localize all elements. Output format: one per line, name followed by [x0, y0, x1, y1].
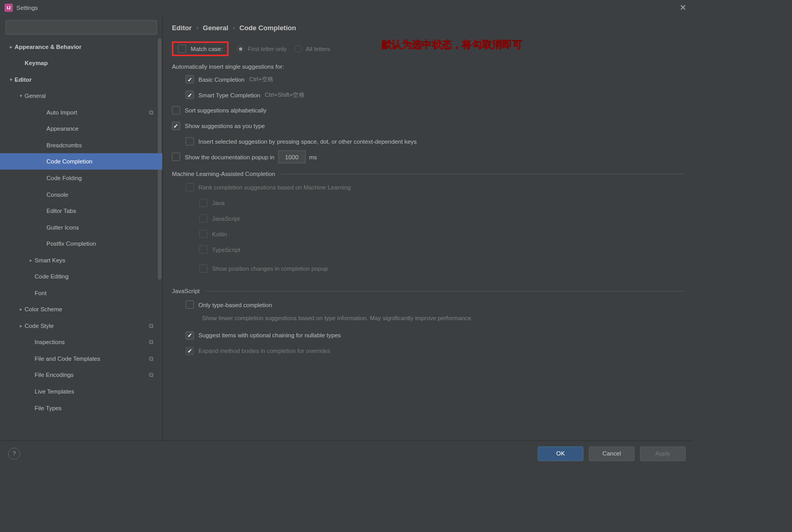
rank-ml-checkbox[interactable]: [186, 183, 194, 192]
smart-type-label: Smart Type Completion: [198, 92, 260, 98]
insert-selected-checkbox[interactable]: [186, 137, 194, 146]
chevron-down-icon: ▾: [7, 77, 15, 82]
all-letters-label: All letters: [306, 45, 330, 52]
help-icon[interactable]: ?: [8, 448, 20, 460]
show-as-type-checkbox[interactable]: [172, 122, 180, 130]
sidebar-item[interactable]: Console: [0, 186, 162, 202]
lang-kotlin-label: Kotlin: [212, 231, 227, 237]
breadcrumb-editor[interactable]: Editor: [172, 24, 192, 32]
lang-ts-checkbox[interactable]: [199, 245, 208, 254]
sidebar-item-label: Live Templates: [35, 388, 74, 395]
sidebar-item-label: Gutter Icons: [46, 224, 79, 231]
match-case-highlight: Match case:: [172, 42, 229, 56]
show-pos-label: Show position changes in completion popu…: [212, 265, 328, 272]
sidebar-item-label: File Types: [35, 404, 62, 411]
only-type-label: Only type-based completion: [198, 301, 272, 308]
sidebar-item[interactable]: Auto Import⧉: [0, 104, 162, 121]
suggest-opt-checkbox[interactable]: [186, 331, 194, 339]
suggest-opt-label: Suggest items with optional chaining for…: [198, 332, 341, 339]
sidebar-item[interactable]: Keymap: [0, 55, 162, 71]
breadcrumb-code-completion: Code Completion: [240, 24, 296, 32]
settings-tree[interactable]: ▸Appearance & BehaviorKeymap▾Editor▾Gene…: [0, 39, 162, 441]
lang-kotlin-checkbox[interactable]: [199, 230, 208, 238]
sidebar-item-label: Keymap: [24, 59, 47, 66]
sidebar-item-label: Editor: [15, 76, 32, 83]
sidebar-item[interactable]: Editor Tabs: [0, 202, 162, 219]
expand-method-label: Expand method bodies in completion for o…: [198, 348, 330, 354]
first-letter-radio[interactable]: [237, 45, 244, 53]
copy-icon: ⧉: [149, 338, 154, 346]
sidebar-item[interactable]: Live Templates: [0, 383, 162, 400]
sidebar-item[interactable]: Inspections⧉: [0, 334, 162, 350]
lang-java-checkbox[interactable]: [199, 199, 208, 207]
chevron-right-icon: ▸: [7, 44, 15, 49]
sidebar-item[interactable]: Postfix Completion: [0, 235, 162, 252]
sort-alpha-checkbox[interactable]: [172, 106, 180, 115]
separator: [281, 174, 685, 174]
sidebar-item[interactable]: ▾Editor: [0, 71, 162, 88]
sidebar-item-label: Color Scheme: [24, 306, 62, 312]
only-type-hint: Show fewer completion suggestions based …: [185, 314, 685, 323]
sidebar-item[interactable]: Font: [0, 285, 162, 301]
apply-button[interactable]: Apply: [640, 446, 686, 461]
sidebar-item[interactable]: File Types: [0, 399, 162, 416]
sidebar-item[interactable]: File and Code Templates⧉: [0, 350, 162, 367]
show-doc-checkbox[interactable]: [172, 153, 180, 161]
sort-alpha-label: Sort suggestions alphabetically: [185, 107, 267, 113]
ok-button[interactable]: OK: [538, 446, 584, 461]
doc-delay-input[interactable]: [278, 150, 306, 163]
smart-type-checkbox[interactable]: [186, 91, 194, 99]
smart-shortcut: Ctrl+Shift+空格: [265, 91, 305, 99]
show-pos-checkbox[interactable]: [199, 264, 208, 273]
intellij-icon: IJ: [5, 4, 13, 12]
sidebar-item-label: Appearance: [46, 125, 78, 132]
only-type-checkbox[interactable]: [186, 300, 194, 309]
search-input[interactable]: [6, 20, 157, 35]
sidebar-item-label: Editor Tabs: [46, 207, 76, 214]
chevron-right-icon: ›: [233, 24, 235, 31]
content-pane: Editor › General › Code Completion Match…: [163, 16, 694, 440]
breadcrumb-general[interactable]: General: [203, 24, 229, 32]
basic-shortcut: Ctrl+空格: [249, 75, 273, 84]
sidebar-item[interactable]: ▸Code Style⧉: [0, 318, 162, 334]
close-icon[interactable]: ✕: [677, 2, 689, 14]
sidebar-item-label: Appearance & Behavior: [15, 43, 81, 50]
sidebar-item[interactable]: ▸Smart Keys: [0, 252, 162, 269]
sidebar-item-label: Code Style: [24, 322, 54, 329]
sidebar-item[interactable]: Breadcrumbs: [0, 137, 162, 154]
sidebar-item[interactable]: ▾General: [0, 87, 162, 104]
sidebar: 🔍 ▸Appearance & BehaviorKeymap▾Editor▾Ge…: [0, 16, 163, 440]
sidebar-item-label: Smart Keys: [35, 257, 66, 263]
cancel-button[interactable]: Cancel: [589, 446, 635, 461]
rank-ml-label: Rank completion suggestions based on Mac…: [198, 184, 350, 191]
titlebar: IJ Settings ✕: [0, 0, 694, 16]
sidebar-item[interactable]: Appearance: [0, 120, 162, 137]
ms-label: ms: [309, 154, 317, 160]
show-as-type-label: Show suggestions as you type: [185, 122, 265, 129]
sidebar-item[interactable]: Code Editing: [0, 268, 162, 285]
separator: [205, 291, 685, 292]
breadcrumb: Editor › General › Code Completion: [163, 16, 694, 37]
copy-icon: ⧉: [149, 354, 154, 362]
expand-method-checkbox[interactable]: [186, 347, 194, 355]
sidebar-item-label: File Encodings: [35, 372, 74, 378]
sidebar-item-label: Postfix Completion: [46, 240, 96, 247]
sidebar-item[interactable]: ▸Appearance & Behavior: [0, 39, 162, 55]
lang-js-checkbox[interactable]: [199, 214, 208, 223]
settings-panel: Match case: First letter only All letter…: [163, 37, 694, 440]
chevron-right-icon: ▸: [17, 323, 24, 328]
sidebar-item[interactable]: Code Completion: [0, 153, 162, 170]
insert-selected-label: Insert selected suggestion by pressing s…: [198, 138, 417, 145]
sidebar-item[interactable]: File Encodings⧉: [0, 366, 162, 383]
footer: ? OK Cancel Apply: [0, 440, 694, 466]
sidebar-item-label: File and Code Templates: [35, 355, 100, 362]
lang-java-label: Java: [212, 199, 224, 206]
match-case-checkbox[interactable]: [178, 45, 186, 53]
basic-completion-checkbox[interactable]: [186, 75, 194, 84]
all-letters-radio[interactable]: [295, 45, 302, 53]
sidebar-item[interactable]: Gutter Icons: [0, 219, 162, 235]
basic-completion-label: Basic Completion: [198, 76, 245, 83]
lang-js-label: JavaScript: [212, 215, 240, 222]
sidebar-item[interactable]: Code Folding: [0, 170, 162, 186]
sidebar-item[interactable]: ▸Color Scheme: [0, 301, 162, 318]
